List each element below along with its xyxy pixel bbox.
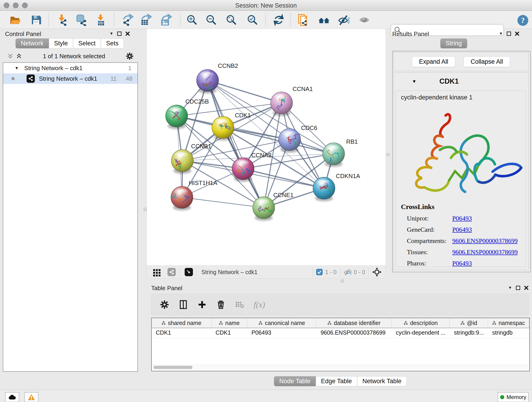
- network-node-cdc6[interactable]: [279, 128, 301, 153]
- first-neighbors-icon[interactable]: [298, 14, 309, 26]
- network-view-toolbar: String Network – cdk1 1 - 0 0 - 0: [147, 265, 386, 279]
- column-header--id[interactable]: @id: [450, 318, 488, 328]
- panel-close-icon[interactable]: [515, 32, 519, 36]
- control-panel-title: Control Panel: [5, 31, 41, 38]
- column-header-description[interactable]: description: [392, 318, 450, 328]
- export-image-icon[interactable]: [160, 14, 172, 26]
- expand-all-icon[interactable]: [7, 53, 14, 60]
- tab-edge-table[interactable]: Edge Table: [316, 376, 357, 386]
- import-table-icon[interactable]: [95, 14, 107, 26]
- show-columns-icon[interactable]: [178, 300, 188, 309]
- table-horizontal-scrollbar[interactable]: [152, 365, 528, 370]
- collapse-all-button[interactable]: Collapse All: [463, 56, 510, 67]
- network-collection-row[interactable]: ▼ String Network – cdk1 1: [3, 63, 138, 73]
- selected-count: 1 - 0: [325, 269, 336, 275]
- crosslink-link[interactable]: P06493: [452, 215, 472, 222]
- network-node-cdkn1a[interactable]: [313, 177, 335, 201]
- tab-select[interactable]: Select: [73, 38, 101, 48]
- network-node-rb1[interactable]: [323, 143, 345, 167]
- crosslink-link[interactable]: P06493: [452, 226, 472, 233]
- panel-close-icon[interactable]: [125, 32, 130, 36]
- panel-float-icon[interactable]: [117, 32, 122, 36]
- network-badge-icon[interactable]: [167, 268, 176, 276]
- panel-menu-icon[interactable]: ▼: [109, 32, 114, 36]
- refresh-icon[interactable]: [273, 14, 285, 26]
- network-node-cdc25b[interactable]: [166, 105, 188, 129]
- network-node-ccnb2[interactable]: [196, 70, 219, 94]
- tab-string[interactable]: String: [440, 38, 467, 48]
- panel-menu-icon[interactable]: ▼: [499, 32, 503, 36]
- crosslink-link[interactable]: P06493: [452, 260, 472, 267]
- delete-column-icon[interactable]: [216, 300, 226, 309]
- tree-expand-icon[interactable]: ▼: [15, 66, 19, 70]
- save-session-icon[interactable]: [30, 14, 42, 26]
- scrollbar-thumb[interactable]: [153, 366, 192, 369]
- warnings-button[interactable]: [24, 392, 38, 402]
- table-row[interactable]: CDK1CDK1P064939606.ENSP00000378699cyclin…: [152, 328, 529, 338]
- import-network-icon[interactable]: [56, 14, 68, 26]
- import-network-from-database-icon[interactable]: [75, 14, 87, 26]
- svg-text:?: ?: [521, 16, 525, 25]
- section-collapse-icon[interactable]: ▼: [412, 79, 417, 84]
- home-networks-icon[interactable]: [318, 14, 330, 26]
- crosslink-link[interactable]: 9606.ENSP00000378699: [452, 249, 518, 256]
- network-list: ▼ String Network – cdk1 1 String Network…: [3, 62, 138, 372]
- panel-float-icon[interactable]: [507, 32, 511, 36]
- network-node-ccne1[interactable]: [253, 197, 275, 221]
- column-header-shared-name[interactable]: shared name: [152, 318, 211, 328]
- export-network-icon[interactable]: [121, 14, 133, 26]
- expand-all-button[interactable]: Expand All: [412, 56, 456, 67]
- network-row-selected[interactable]: String Network – cdk1 11 48: [3, 73, 138, 84]
- open-session-icon[interactable]: [9, 14, 21, 26]
- tab-style[interactable]: Style: [49, 38, 73, 48]
- column-header-name[interactable]: name: [211, 318, 247, 328]
- crosslink-row: Tissues:9606.ENSP00000378699: [407, 249, 526, 256]
- hide-selected-icon[interactable]: [338, 14, 350, 26]
- splitter-handle[interactable]: [143, 208, 147, 211]
- column-header-canonical-name[interactable]: canonical name: [247, 318, 317, 328]
- fit-content-crosshair-icon[interactable]: [372, 267, 382, 277]
- network-node-ccna2[interactable]: [232, 158, 254, 182]
- network-edge[interactable]: [182, 197, 264, 208]
- tab-sets[interactable]: Sets: [101, 38, 124, 48]
- column-header-namespac[interactable]: namespac: [488, 318, 529, 328]
- network-node-ccnb1[interactable]: [171, 150, 193, 174]
- tab-network-table[interactable]: Network Table: [357, 376, 407, 386]
- hidden-count: 0 - 0: [354, 269, 365, 275]
- network-canvas[interactable]: CCNB2CCNA1CDC25BCDK1CDC6RB1CCNB1CCNA2CDK…: [147, 29, 386, 266]
- tab-node-table[interactable]: Node Table: [274, 376, 316, 386]
- memory-button[interactable]: Memory: [498, 392, 529, 402]
- collapse-all-icon[interactable]: [16, 53, 22, 60]
- tab-network[interactable]: Network: [16, 38, 49, 48]
- export-table-icon[interactable]: [140, 14, 152, 26]
- column-header-database-identifier[interactable]: database identifier: [317, 318, 392, 328]
- cloud-icon: [8, 395, 16, 400]
- splitter-handle[interactable]: [386, 153, 390, 156]
- add-column-icon[interactable]: [197, 300, 207, 309]
- network-options-gear-icon[interactable]: [126, 52, 134, 60]
- table-options-gear-icon[interactable]: [160, 300, 169, 309]
- panel-close-icon[interactable]: [524, 286, 529, 290]
- cloud-status-button[interactable]: [5, 392, 19, 402]
- network-edge[interactable]: [208, 80, 282, 103]
- panel-float-icon[interactable]: [516, 286, 520, 290]
- protein-section-header[interactable]: ▼ CDK1: [394, 73, 528, 90]
- protein-structure-image: [396, 103, 525, 199]
- window-title: Session: New Session: [0, 2, 532, 9]
- crosslink-link[interactable]: 9606.ENSP00000378699: [452, 237, 518, 245]
- show-all-icon[interactable]: [358, 14, 370, 26]
- network-node-cdk1[interactable]: [212, 116, 234, 140]
- zoom-fit-icon[interactable]: [225, 14, 237, 26]
- string-network-badge-icon: [27, 75, 35, 83]
- selected-checkbox-icon[interactable]: [316, 269, 323, 275]
- network-node-ccna1[interactable]: [271, 92, 293, 116]
- help-icon[interactable]: ?: [517, 14, 529, 26]
- grid-view-icon[interactable]: [152, 268, 162, 277]
- zoom-selected-icon[interactable]: [247, 14, 259, 26]
- network-node-hist1h1a[interactable]: [171, 186, 193, 211]
- zoom-out-icon[interactable]: [205, 14, 217, 26]
- birdseye-view-icon[interactable]: [185, 268, 193, 276]
- panel-menu-icon[interactable]: ▼: [508, 286, 512, 290]
- network-edge[interactable]: [208, 80, 264, 208]
- zoom-in-icon[interactable]: [186, 14, 198, 26]
